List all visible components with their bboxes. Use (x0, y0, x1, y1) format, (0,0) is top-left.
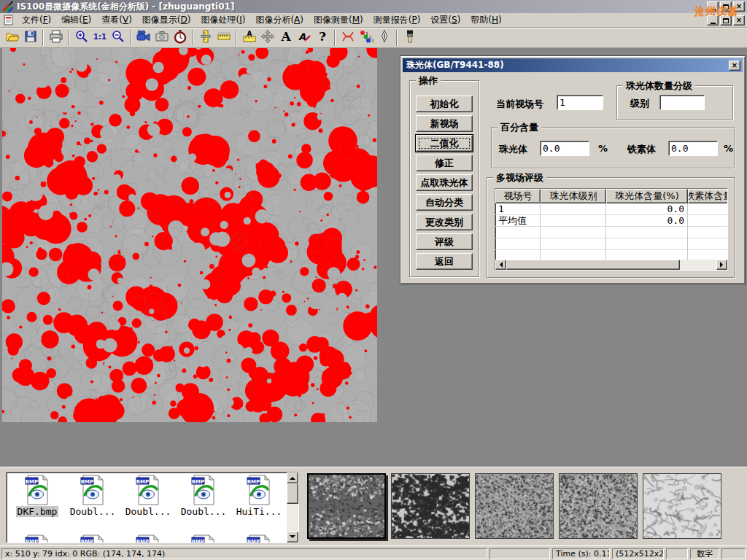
scroll-down-button[interactable] (287, 532, 298, 542)
save-button[interactable] (21, 28, 39, 47)
table-row-0[interactable]: 10.0 (495, 203, 727, 215)
menu-item-5[interactable]: 图像分析(A) (250, 12, 309, 28)
svg-text:BMP: BMP (247, 479, 260, 485)
move-cross-button[interactable] (258, 28, 276, 47)
classify-points-button[interactable]: 123 (357, 28, 375, 47)
op-button-3[interactable]: 修正 (416, 155, 473, 171)
pearlite-percent-input[interactable] (540, 141, 589, 156)
zoom-out-button[interactable] (109, 28, 127, 47)
file-item-2[interactable]: BMPDoubl... (122, 475, 174, 517)
op-button-7[interactable]: 评级 (416, 233, 473, 250)
file-item-3[interactable]: BMPDoubl... (177, 475, 230, 517)
thumbnail-1[interactable] (391, 473, 470, 539)
restore-button[interactable] (720, 1, 732, 12)
op-button-5[interactable]: 自动分类 (416, 194, 473, 211)
file-item-row2-0[interactable]: BMP (11, 534, 63, 543)
metallograph-image[interactable] (2, 48, 377, 422)
mdi-minimize-button[interactable] (707, 15, 719, 26)
file-item-row2-4[interactable]: BMP (233, 534, 285, 543)
empty-field-3 (721, 548, 746, 559)
op-button-2[interactable]: 二值化 (416, 135, 473, 152)
scrollbar-thumb[interactable] (506, 260, 680, 270)
thumbnail-3[interactable] (559, 473, 638, 539)
zoom-in-button[interactable] (72, 28, 90, 47)
op-button-0[interactable]: 初始化 (416, 96, 473, 112)
menu-item-2[interactable]: 查看(V) (96, 12, 137, 28)
file-scrollbar-thumb[interactable] (287, 483, 298, 504)
current-field-input[interactable] (557, 95, 603, 110)
menu-item-4[interactable]: 图像处理(I) (196, 12, 250, 28)
table-horizontal-scrollbar[interactable] (495, 260, 727, 270)
op-button-8[interactable]: 返回 (416, 253, 473, 270)
menu-item-9[interactable]: 帮助(H) (465, 12, 506, 28)
scroll-right-button[interactable] (716, 260, 727, 270)
svg-text:1: 1 (365, 31, 368, 36)
menu-item-0[interactable]: 文件(F) (17, 12, 56, 28)
column-header-2[interactable]: 珠光体含量(%) (606, 189, 688, 203)
table-cell (495, 227, 541, 238)
pen-button[interactable] (375, 28, 393, 47)
table-row-1[interactable]: 平均值0.0 (495, 215, 727, 227)
text-label-button[interactable]: A (276, 28, 295, 47)
rating-table[interactable]: 视场号珠光体级别珠光体含量(%)铁素体含量(%) 10.0平均值0.0 (495, 188, 728, 271)
app-icon (2, 1, 14, 12)
close-button[interactable]: × (733, 1, 745, 12)
file-item-1[interactable]: BMPDoubl... (66, 475, 119, 517)
measure-text-button[interactable]: A (240, 28, 258, 47)
column-header-0[interactable]: 视场号 (495, 189, 541, 203)
column-header-1[interactable]: 珠光体级别 (541, 189, 606, 203)
pearlite-label: 珠光体 (499, 143, 527, 156)
mdi-restore-button[interactable] (720, 15, 732, 26)
open-folder-button[interactable] (3, 28, 21, 47)
curve-tool-button[interactable] (338, 28, 357, 47)
right-arrow-icon (720, 262, 726, 268)
percent-group-label: 百分含量 (498, 121, 541, 134)
table-cell (541, 238, 606, 250)
file-list-scrollbar[interactable] (287, 472, 298, 542)
actual-size-button[interactable]: 1:1 (90, 28, 109, 47)
file-item-row2-3[interactable]: BMP (177, 534, 230, 543)
thumbnail-0[interactable] (307, 473, 386, 539)
level-input[interactable] (659, 95, 705, 110)
menu-item-6[interactable]: 图像测量(M) (309, 12, 368, 28)
table-row-2[interactable] (495, 227, 727, 238)
scrollbar-track[interactable] (680, 260, 716, 270)
dialog-title-bar[interactable]: 珠光体(GB/T9441-88) × (403, 58, 743, 72)
still-camera-button[interactable] (152, 28, 171, 47)
menu-item-7[interactable]: 测量报告(P) (368, 12, 426, 28)
menu-item-1[interactable]: 编辑(E) (56, 12, 96, 28)
print-button[interactable] (47, 28, 65, 47)
text-edit-button[interactable]: A (295, 28, 313, 47)
dialog-close-button[interactable]: × (729, 61, 740, 71)
ferrite-label: 铁素体 (627, 143, 656, 156)
column-header-3[interactable]: 铁素体含量(%) (688, 189, 728, 203)
op-button-6[interactable]: 更改类别 (416, 214, 473, 230)
file-browser[interactable]: BMPDKF.bmpBMPDoubl...BMPDoubl...BMPDoubl… (6, 472, 299, 543)
thumbnail-2[interactable] (475, 473, 554, 539)
file-item-row2-2[interactable]: BMP (122, 534, 174, 543)
horizontal-ruler-button[interactable] (214, 28, 233, 47)
stopwatch-button[interactable] (171, 28, 189, 47)
help-button[interactable]: ? (313, 28, 331, 47)
thumbnail-4[interactable] (643, 473, 721, 539)
minimize-button[interactable] (707, 1, 719, 12)
scroll-up-button[interactable] (287, 472, 298, 483)
thumbnail-image-3 (560, 474, 637, 538)
op-button-4[interactable]: 点取珠光体 (416, 174, 473, 191)
menu-item-8[interactable]: 设置(S) (425, 12, 465, 28)
restore-icon (723, 4, 729, 9)
file-item-4[interactable]: BMPHuiTi... (233, 475, 285, 517)
menu-item-3[interactable]: 图像显示(D) (137, 12, 196, 28)
ferrite-percent-input[interactable] (668, 141, 718, 156)
vertical-caliper-button[interactable] (196, 28, 214, 47)
mdi-close-button[interactable]: × (733, 15, 745, 26)
table-cell (541, 203, 606, 215)
level-label: 级别 (630, 97, 649, 110)
paint-brush-button[interactable] (400, 28, 419, 47)
op-button-1[interactable]: 新视场 (416, 115, 473, 132)
scroll-left-button[interactable] (495, 260, 506, 270)
table-row-3[interactable] (495, 238, 727, 250)
file-item-0[interactable]: BMPDKF.bmp (11, 475, 63, 517)
video-camera-button[interactable] (134, 28, 152, 47)
file-item-row2-1[interactable]: BMP (66, 534, 119, 543)
